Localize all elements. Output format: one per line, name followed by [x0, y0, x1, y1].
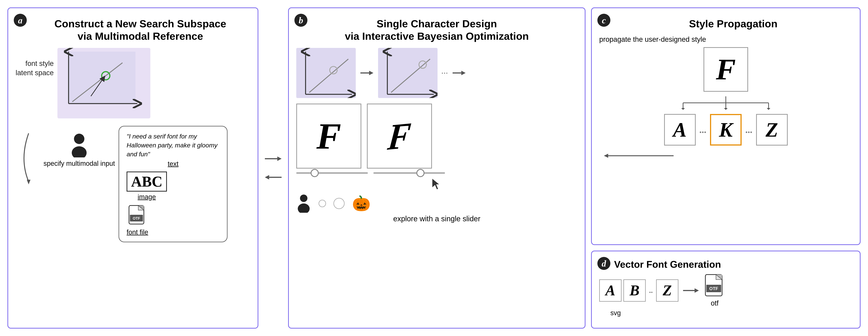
char-d-b: B — [623, 279, 646, 302]
b-axis-2 — [378, 48, 437, 98]
panel-c-title: Style Propagation — [599, 15, 852, 30]
b-axis-arrow — [360, 67, 374, 78]
main-container: a Construct a New Search Subspace via Mu… — [0, 0, 868, 336]
svg-text:OTF: OTF — [709, 286, 718, 291]
char-boxes-row-d: A B .. Z — [599, 279, 678, 302]
char-k: K — [710, 114, 742, 145]
svg-point-7 — [74, 134, 84, 144]
panel-d: d Vector Font Generation A B .. Z — [591, 250, 861, 329]
svg-marker-44 — [694, 288, 699, 293]
arrow-left-ab-bottom — [264, 172, 282, 183]
svg-point-8 — [72, 146, 87, 158]
otf-file-icon: OTF — [128, 205, 147, 227]
text-label: text — [168, 160, 179, 168]
explore-person-icon — [296, 194, 311, 213]
svg-line-26 — [391, 59, 430, 93]
svg-marker-30 — [432, 178, 440, 190]
char-top-f: F — [704, 47, 748, 92]
quote-text: "I need a serif font for my Halloween pa… — [127, 132, 219, 159]
latent-space-area: font stylelatent space — [16, 48, 250, 119]
text-input-item: "I need a serif font for my Halloween pa… — [127, 132, 219, 168]
otf-output-label: otf — [711, 299, 719, 307]
svg-marker-15 — [277, 157, 282, 161]
panel-c-label: c — [597, 14, 610, 27]
latent-space-label: font stylelatent space — [16, 59, 54, 77]
panel-a-label: a — [14, 14, 27, 27]
char-d-dots: .. — [648, 286, 654, 295]
char-d-a: A — [599, 279, 622, 302]
otf-output-icon: OTF — [705, 274, 725, 298]
chars-row: F F — [296, 104, 577, 169]
svg-point-27 — [419, 61, 426, 68]
dots-2: ... — [745, 124, 752, 135]
svg-marker-6 — [27, 180, 30, 184]
tree-lines-svg — [661, 95, 791, 110]
specify-label: specify multimodal input — [43, 159, 115, 168]
svg-marker-17 — [265, 175, 269, 179]
cursor-icon — [431, 177, 442, 191]
svg-marker-38 — [681, 108, 685, 110]
font-label: font file — [127, 228, 148, 236]
svg-marker-42 — [604, 154, 608, 158]
char-a: A — [664, 114, 696, 145]
explore-row: 🎃 — [296, 194, 577, 213]
svg-line-20 — [309, 59, 348, 93]
d-arrow — [682, 286, 701, 295]
person-area: specify multimodal input — [43, 133, 115, 168]
slider-row — [296, 172, 445, 174]
panel-d-title: Vector Font Generation — [599, 259, 852, 270]
abc-box: ABC — [127, 171, 167, 192]
otf-output: OTF otf — [705, 274, 725, 307]
svg-text:OTF: OTF — [133, 216, 140, 220]
b-to-c-arrow — [452, 67, 467, 78]
image-input-item: ABC image — [127, 171, 167, 201]
svg-point-32 — [298, 203, 310, 213]
curved-arrow-svg — [18, 130, 40, 185]
arrow-right-ab-top — [264, 153, 282, 164]
char-z: Z — [756, 114, 788, 145]
svg-marker-29 — [461, 71, 466, 75]
b-dots: ··· — [441, 68, 448, 78]
feedback-arrow — [603, 151, 677, 160]
svg-point-31 — [300, 195, 307, 202]
person-icon — [70, 133, 89, 158]
panel-a-title: Construct a New Search Subspace via Mult… — [16, 15, 250, 42]
char-box-f2: F — [367, 104, 432, 169]
image-label: image — [138, 193, 156, 201]
arrow-ab — [264, 153, 282, 183]
dot-small — [318, 200, 326, 207]
svg-label: svg — [610, 309, 621, 317]
cursor-area — [296, 177, 577, 191]
panel-b: b Single Character Design via Interactiv… — [288, 7, 586, 329]
b-axes-area: ··· — [296, 48, 577, 98]
tree-bottom: A ... K ... Z — [664, 114, 788, 145]
dots-1: ... — [700, 124, 707, 135]
panel-d-content: A B .. Z — [599, 274, 852, 307]
pumpkin-emoji: 🎃 — [352, 195, 371, 212]
svg-marker-23 — [369, 71, 373, 75]
tree-top: F — [704, 47, 748, 92]
b-axis-1 — [296, 48, 356, 98]
propagate-label: propagate the user-designed style — [599, 35, 852, 43]
svg-point-21 — [330, 66, 337, 74]
latent-space-diagram — [57, 48, 150, 119]
font-input-item: OTF font file — [127, 205, 148, 236]
panel-a: a Construct a New Search Subspace via Mu… — [7, 7, 258, 329]
tree-container: F — [599, 47, 852, 160]
panel-b-label: b — [294, 14, 307, 27]
explore-label: explore with a single slider — [393, 214, 480, 223]
panel-d-label: d — [597, 257, 610, 270]
panel-c: c Style Propagation propagate the user-d… — [591, 7, 861, 245]
inputs-box: "I need a serif font for my Halloween pa… — [119, 126, 227, 242]
char-box-f1: F — [296, 104, 361, 169]
dot-empty — [334, 198, 345, 209]
svg-marker-39 — [724, 108, 728, 110]
svg-marker-40 — [767, 108, 770, 110]
panel-b-title: Single Character Design via Interactive … — [296, 15, 577, 42]
panel-cd-col: c Style Propagation propagate the user-d… — [591, 7, 861, 329]
char-d-z: Z — [656, 279, 678, 302]
